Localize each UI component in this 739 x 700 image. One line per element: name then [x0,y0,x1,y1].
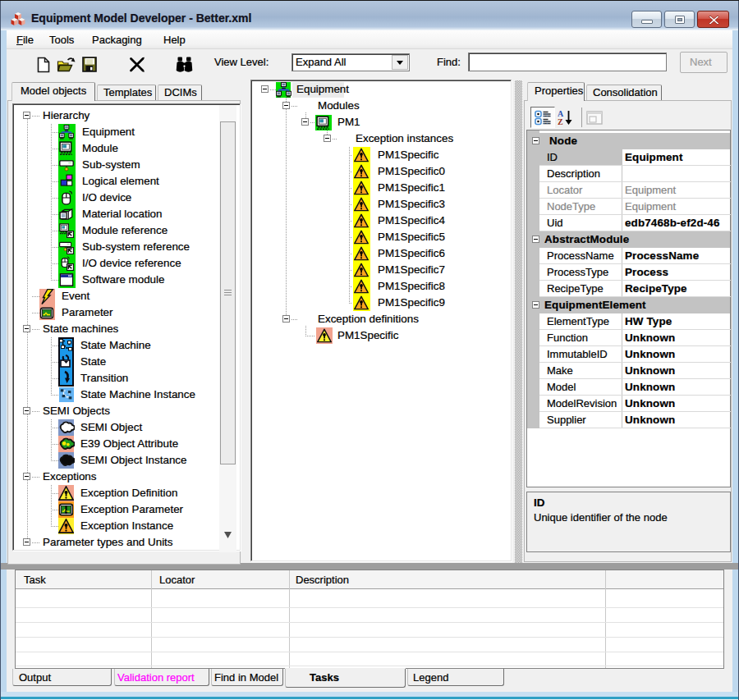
svg-text:Z: Z [558,117,563,126]
